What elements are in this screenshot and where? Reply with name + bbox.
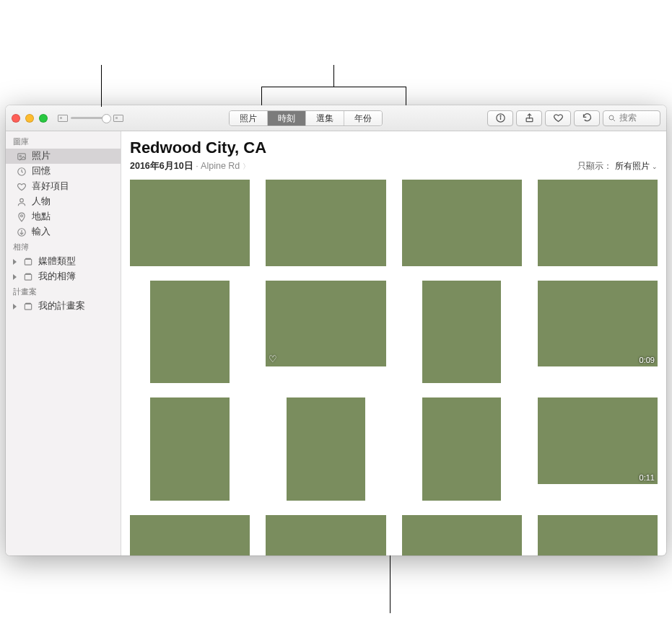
photo-image (130, 515, 250, 555)
show-only-value: 所有照片 (615, 161, 650, 171)
sidebar-item-label: 地點 (32, 211, 51, 223)
album-icon (22, 271, 33, 282)
svg-rect-12 (25, 259, 31, 265)
photo-image (538, 281, 658, 367)
minimize-button[interactable] (25, 114, 34, 123)
view-tab-3[interactable]: 年份 (344, 111, 382, 126)
disclosure-triangle-icon[interactable] (13, 259, 19, 265)
clock-icon (16, 166, 27, 177)
sidebar-item-label: 回憶 (32, 165, 51, 177)
sidebar-item-label: 我的相簿 (38, 271, 76, 283)
photo-thumbnail[interactable] (287, 397, 366, 500)
photo-thumbnail[interactable] (538, 180, 658, 266)
app-window: 照片時刻選集年份 搜索 圖庫照片回憶喜好項目人物地點輸入相簿媒體類型我的相簿計畫… (6, 105, 666, 555)
photo-thumbnail[interactable] (422, 397, 502, 500)
import-icon (16, 227, 27, 237)
photo-thumbnail[interactable] (150, 397, 230, 500)
sidebar: 圖庫照片回憶喜好項目人物地點輸入相簿媒體類型我的相簿計畫案我的計畫案 (6, 131, 121, 555)
photo-image (150, 397, 230, 500)
svg-rect-16 (25, 304, 31, 309)
close-button[interactable] (12, 114, 20, 123)
sidebar-item-label: 人物 (32, 196, 51, 208)
photo-thumbnail[interactable] (150, 281, 230, 383)
view-tab-0[interactable]: 照片 (230, 111, 268, 126)
sidebar-item[interactable]: 人物 (6, 194, 121, 209)
sidebar-section-header: 計畫案 (6, 284, 121, 299)
callout-line (390, 555, 390, 613)
photo-image (266, 281, 385, 367)
photo-thumbnail[interactable] (130, 180, 250, 266)
sidebar-item[interactable]: 回憶 (6, 164, 121, 179)
sidebar-item[interactable]: 我的計畫案 (6, 299, 121, 314)
disclosure-triangle-icon[interactable] (13, 304, 19, 309)
photo-image (422, 281, 502, 383)
photo-thumbnail[interactable]: ♡ (266, 281, 385, 367)
photo-thumbnail[interactable] (538, 515, 658, 555)
sidebar-section-header: 相簿 (6, 240, 121, 254)
moment-location: Alpine Rd (201, 161, 240, 171)
view-tab-2[interactable]: 選集 (306, 111, 344, 126)
svg-rect-15 (25, 273, 30, 274)
sidebar-item[interactable]: 媒體類型 (6, 254, 121, 269)
album-icon (22, 256, 33, 267)
sidebar-item[interactable]: 喜好項目 (6, 179, 121, 194)
photo-image (538, 515, 658, 555)
show-only-control[interactable]: 只顯示： 所有照片 ⌄ (577, 160, 658, 172)
photo-image (266, 180, 385, 266)
svg-rect-17 (25, 303, 30, 304)
sidebar-section-header: 圖庫 (6, 134, 121, 149)
sidebar-item[interactable]: 照片 (6, 149, 121, 164)
maximize-button[interactable] (39, 114, 48, 123)
svg-point-10 (20, 214, 22, 216)
photo-thumbnail[interactable] (266, 515, 385, 555)
sidebar-item[interactable]: 我的相簿 (6, 269, 121, 284)
sidebar-item-label: 喜好項目 (32, 180, 69, 193)
svg-rect-13 (25, 258, 30, 259)
photo-image (538, 397, 658, 484)
photo-thumbnail[interactable] (402, 515, 522, 555)
search-placeholder: 搜索 (619, 112, 637, 124)
pin-icon (16, 211, 27, 222)
video-duration-badge: 0:11 (640, 473, 655, 482)
callout-line (406, 87, 406, 105)
photo-thumbnail[interactable]: 0:09 (538, 281, 658, 367)
moment-subtitle[interactable]: 2016年6月10日 · Alpine Rd 〉 (130, 160, 250, 172)
view-segmented-control: 照片時刻選集年份 (229, 110, 383, 126)
photo-image (150, 281, 230, 383)
video-duration-badge: 0:09 (640, 356, 655, 364)
zoom-out-icon[interactable] (58, 115, 68, 122)
favorite-button[interactable] (545, 110, 571, 126)
disclosure-triangle-icon[interactable] (13, 274, 19, 280)
photo-image (266, 515, 385, 555)
chevron-right-icon: 〉 (243, 162, 250, 170)
zoom-in-icon[interactable] (113, 115, 123, 122)
heart-icon (16, 181, 27, 192)
zoom-control (58, 115, 123, 122)
page-title: Redwood City, CA (130, 139, 658, 157)
toolbar-right: 搜索 (487, 110, 660, 126)
search-field[interactable]: 搜索 (603, 110, 660, 126)
photo-thumbnail[interactable] (422, 281, 502, 383)
show-only-label: 只顯示： (577, 161, 612, 171)
photo-thumbnail[interactable] (266, 180, 385, 266)
sidebar-item-label: 媒體類型 (38, 255, 76, 268)
sidebar-item[interactable]: 輸入 (6, 224, 121, 240)
photo-thumbnail[interactable] (130, 515, 250, 555)
sidebar-item-label: 我的計畫案 (38, 300, 85, 312)
callout-line (101, 65, 102, 107)
sidebar-item[interactable]: 地點 (6, 209, 121, 224)
view-tab-1[interactable]: 時刻 (268, 111, 306, 126)
photo-image (538, 180, 658, 266)
photo-thumbnail[interactable]: 0:11 (538, 397, 658, 484)
person-icon (16, 196, 27, 207)
rotate-button[interactable] (574, 110, 600, 126)
window-controls (12, 114, 48, 123)
share-button[interactable] (516, 110, 542, 126)
toolbar: 照片時刻選集年份 搜索 (6, 105, 666, 131)
zoom-slider[interactable] (71, 117, 110, 119)
callout-line (261, 87, 262, 105)
photo-thumbnail[interactable] (402, 180, 522, 266)
info-button[interactable] (487, 110, 513, 126)
svg-point-2 (500, 115, 501, 116)
chevron-down-icon: ⌄ (652, 163, 658, 170)
